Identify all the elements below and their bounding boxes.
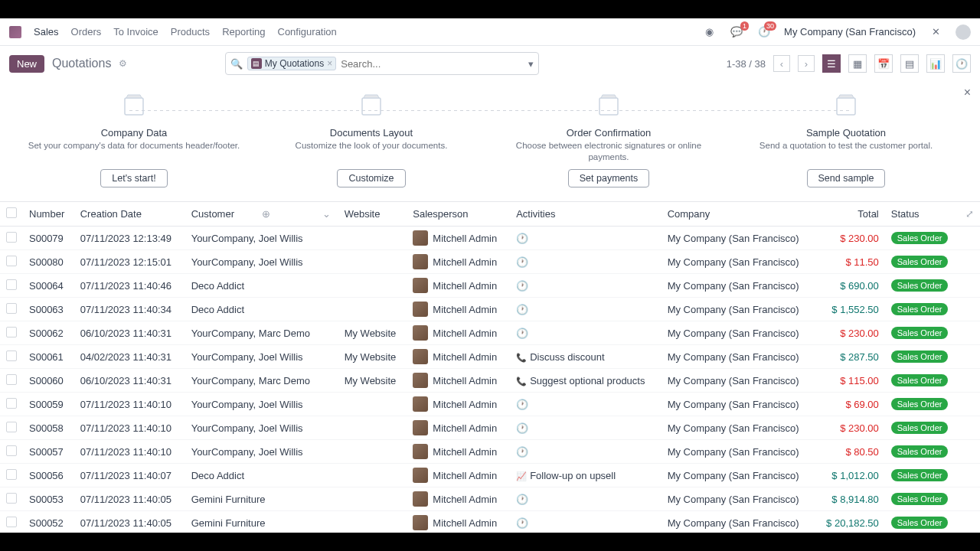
step-action-button[interactable]: Let's start! xyxy=(100,169,167,187)
table-row[interactable]: S00056 07/11/2023 11:40:07 Deco Addict M… xyxy=(0,464,980,487)
col-status[interactable]: Status xyxy=(885,202,959,227)
row-checkbox[interactable] xyxy=(6,256,17,266)
table-row[interactable]: S00059 07/11/2023 11:40:10 YourCompany, … xyxy=(0,393,980,416)
clock-icon[interactable]: 🕐 xyxy=(516,280,528,292)
user-avatar-icon[interactable] xyxy=(956,24,971,40)
table-row[interactable]: S00052 07/11/2023 11:40:05 Gemini Furnit… xyxy=(0,511,980,533)
clock-icon[interactable]: 🕐 xyxy=(516,399,528,410)
table-row[interactable]: S00062 06/10/2023 11:40:31 YourCompany, … xyxy=(0,321,980,345)
cell-company: My Company (San Francisco) xyxy=(662,321,815,345)
menu-to-invoice[interactable]: To Invoice xyxy=(113,26,158,37)
onboarding-close-icon[interactable]: × xyxy=(964,86,971,99)
row-checkbox[interactable] xyxy=(6,327,17,337)
row-checkbox[interactable] xyxy=(6,279,17,290)
clock-icon[interactable]: 🕐 xyxy=(516,517,528,529)
chevron-down-icon[interactable]: ⌄ xyxy=(322,208,331,220)
col-total[interactable]: Total xyxy=(815,202,885,227)
clock-icon[interactable]: 🕐 xyxy=(516,256,528,268)
menu-products[interactable]: Products xyxy=(171,26,210,37)
pager-text[interactable]: 1-38 / 38 xyxy=(727,58,766,70)
col-company[interactable]: Company xyxy=(662,202,815,227)
clock-icon[interactable]: 🕐 xyxy=(516,422,528,434)
cell-customer: Deco Addict xyxy=(185,298,338,321)
messaging-icon[interactable]: 💬1 xyxy=(729,24,744,40)
view-graph-button[interactable]: 📊 xyxy=(926,54,945,73)
clock-icon[interactable]: 🕐 xyxy=(516,328,528,339)
table-row[interactable]: S00058 07/11/2023 11:40:10 YourCompany, … xyxy=(0,416,980,440)
company-selector[interactable]: My Company (San Francisco) xyxy=(784,26,916,37)
row-checkbox[interactable] xyxy=(6,398,17,409)
select-all-checkbox[interactable] xyxy=(6,207,17,218)
step-action-button[interactable]: Customize xyxy=(337,169,405,187)
clock-icon[interactable]: 🕐 xyxy=(516,446,528,458)
menu-configuration[interactable]: Configuration xyxy=(278,26,337,37)
cell-activities: 🕐 xyxy=(510,227,662,250)
table-row[interactable]: S00061 04/02/2023 11:40:31 YourCompany, … xyxy=(0,345,980,369)
chart-activity[interactable]: Follow-up on upsell xyxy=(516,470,616,481)
table-row[interactable]: S00079 07/11/2023 12:13:49 YourCompany, … xyxy=(0,227,980,250)
clock-icon[interactable]: 🕐 xyxy=(516,304,528,315)
table-row[interactable]: S00057 07/11/2023 11:40:10 YourCompany, … xyxy=(0,440,980,464)
menu-reporting[interactable]: Reporting xyxy=(222,26,265,37)
cell-website xyxy=(338,416,407,440)
step-action-button[interactable]: Set payments xyxy=(568,169,649,187)
close-tray-icon[interactable]: ✕ xyxy=(928,24,943,40)
cell-status: Sales Order xyxy=(885,298,959,321)
clock-icon[interactable]: 🕐 xyxy=(516,233,528,244)
row-checkbox[interactable] xyxy=(6,303,17,314)
row-checkbox[interactable] xyxy=(6,350,17,361)
col-salesperson[interactable]: Salesperson xyxy=(407,202,510,227)
row-checkbox[interactable] xyxy=(6,445,17,456)
col-activities[interactable]: Activities xyxy=(510,202,662,227)
row-checkbox[interactable] xyxy=(6,374,17,385)
new-button[interactable]: New xyxy=(9,55,44,73)
view-pivot-button[interactable]: ▤ xyxy=(900,54,919,73)
pager-next-button[interactable]: › xyxy=(798,55,815,72)
wifi-icon[interactable]: ◉ xyxy=(701,24,717,40)
cell-customer: YourCompany, Joel Willis xyxy=(185,440,338,464)
phone-activity[interactable]: Discuss discount xyxy=(516,351,605,363)
col-number[interactable]: Number xyxy=(23,202,74,227)
app-logo-icon[interactable] xyxy=(9,26,21,38)
pager-prev-button[interactable]: ‹ xyxy=(773,55,790,72)
search-input[interactable] xyxy=(341,58,524,70)
view-calendar-button[interactable]: 📅 xyxy=(874,54,893,73)
row-checkbox[interactable] xyxy=(6,422,17,432)
table-row[interactable]: S00063 07/11/2023 11:40:34 Deco Addict M… xyxy=(0,298,980,321)
table-row[interactable]: S00064 07/11/2023 11:40:46 Deco Addict M… xyxy=(0,274,980,298)
col-creation-date[interactable]: Creation Date xyxy=(74,202,185,227)
search-box[interactable]: 🔍 ▤ My Quotations × ▾ xyxy=(225,52,539,75)
app-name[interactable]: Sales xyxy=(34,26,59,37)
step-title: Sample Quotation xyxy=(732,127,960,139)
cell-number: S00080 xyxy=(23,250,74,274)
col-website[interactable]: Website xyxy=(338,202,407,227)
menu-orders[interactable]: Orders xyxy=(71,26,102,37)
gear-icon[interactable]: ⚙ xyxy=(119,58,127,69)
table-row[interactable]: S00053 07/11/2023 11:40:05 Gemini Furnit… xyxy=(0,487,980,511)
breadcrumb[interactable]: Quotations xyxy=(52,57,111,70)
row-checkbox[interactable] xyxy=(6,493,17,504)
step-action-button[interactable]: Send sample xyxy=(807,169,886,187)
row-checkbox[interactable] xyxy=(6,232,17,243)
view-activity-button[interactable]: 🕐 xyxy=(952,54,971,73)
table-row[interactable]: S00080 07/11/2023 12:15:01 YourCompany, … xyxy=(0,250,980,274)
status-badge: Sales Order xyxy=(891,232,949,244)
phone-activity[interactable]: Suggest optional products xyxy=(516,375,645,386)
col-customer[interactable]: Customer ⊕ ⌄ xyxy=(185,202,338,227)
cell-customer: YourCompany, Joel Willis xyxy=(185,416,338,440)
cell-date: 07/11/2023 12:15:01 xyxy=(74,250,185,274)
view-list-button[interactable]: ☰ xyxy=(822,54,841,73)
row-checkbox[interactable] xyxy=(6,469,17,480)
filter-chip-remove-icon[interactable]: × xyxy=(327,58,332,69)
table-row[interactable]: S00060 06/10/2023 11:40:31 YourCompany, … xyxy=(0,369,980,393)
cell-number: S00056 xyxy=(23,464,74,487)
filter-chip[interactable]: ▤ My Quotations × xyxy=(247,57,336,70)
activity-icon[interactable]: 🕐30 xyxy=(756,24,772,40)
expand-columns-icon[interactable]: ⤢ xyxy=(965,208,974,220)
clock-icon[interactable]: 🕐 xyxy=(516,494,528,505)
view-kanban-button[interactable]: ▦ xyxy=(848,54,867,73)
search-dropdown-icon[interactable]: ▾ xyxy=(528,58,534,70)
cell-number: S00079 xyxy=(23,227,74,250)
cell-company: My Company (San Francisco) xyxy=(662,464,815,487)
row-checkbox[interactable] xyxy=(6,517,17,527)
